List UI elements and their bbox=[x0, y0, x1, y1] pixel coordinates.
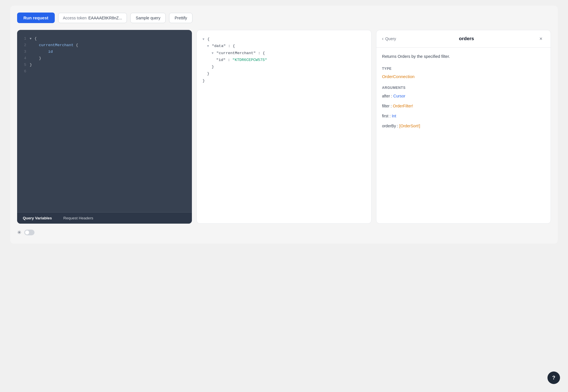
response-line: ▼ { bbox=[202, 36, 365, 43]
docs-arguments-label: Arguments bbox=[382, 86, 545, 90]
bottom-bar: ✳ bbox=[17, 228, 551, 237]
docs-type-section: Type OrderConnection bbox=[382, 67, 545, 79]
json-value: "KTDR6CEPCW57S" bbox=[232, 58, 267, 62]
docs-panel: ‹ Query orders × Returns Orders by the s… bbox=[376, 30, 551, 224]
docs-arg-orderby: orderBy : [OrderSort!] bbox=[382, 123, 545, 129]
collapse-icon[interactable]: ▼ bbox=[207, 44, 209, 48]
docs-title: orders bbox=[396, 36, 537, 42]
arg-type[interactable]: Int bbox=[392, 114, 396, 118]
colon: : bbox=[228, 58, 232, 62]
arg-type[interactable]: Cursor bbox=[393, 94, 405, 98]
panels: 1 ▼ { 2 currentMerchant { 3 bbox=[17, 30, 551, 224]
sun-icon: ✳ bbox=[17, 229, 21, 236]
collapse-icon: ▼ bbox=[30, 37, 32, 40]
arg-name: first bbox=[382, 114, 389, 118]
line-number: 1 bbox=[22, 36, 26, 42]
editor-panel: 1 ▼ { 2 currentMerchant { 3 bbox=[17, 30, 192, 224]
brace: { bbox=[207, 37, 210, 41]
docs-arguments-section: Arguments after : Cursor filter : OrderF… bbox=[382, 86, 545, 129]
query-variables-tab[interactable]: Query Variables bbox=[17, 213, 58, 224]
editor-line: 6 bbox=[22, 68, 187, 75]
main-container: Run request Access token EAAAAEltKR8nZ..… bbox=[10, 6, 558, 244]
docs-description: Returns Orders by the specified filter. bbox=[382, 53, 545, 60]
line-content: } bbox=[30, 55, 41, 62]
chevron-left-icon: ‹ bbox=[382, 36, 384, 41]
docs-arg-first: first : Int bbox=[382, 113, 545, 119]
response-line: } bbox=[212, 64, 365, 70]
response-line: } bbox=[202, 77, 365, 84]
arg-name: filter bbox=[382, 104, 390, 108]
line-content: currentMerchant { bbox=[30, 42, 78, 49]
editor-line: 4 } bbox=[22, 55, 187, 62]
brace: { bbox=[76, 43, 78, 47]
line-content bbox=[30, 68, 32, 75]
arg-type[interactable]: OrderFilter! bbox=[393, 104, 413, 108]
editor-line: 5 } bbox=[22, 62, 187, 68]
brace: } bbox=[212, 65, 214, 69]
brace: } bbox=[202, 79, 205, 83]
editor-content[interactable]: 1 ▼ { 2 currentMerchant { 3 bbox=[17, 30, 192, 212]
docs-close-button[interactable]: × bbox=[537, 35, 545, 43]
theme-toggle[interactable] bbox=[24, 230, 35, 235]
editor-line: 1 ▼ { bbox=[22, 36, 187, 42]
editor-line: 2 currentMerchant { bbox=[22, 42, 187, 49]
json-key: "id" bbox=[216, 58, 225, 62]
line-number: 6 bbox=[22, 68, 26, 75]
colon: : { bbox=[258, 51, 265, 55]
brace: { bbox=[35, 36, 37, 41]
docs-arg-filter: filter : OrderFilter! bbox=[382, 103, 545, 109]
line-content: ▼ { bbox=[30, 36, 37, 42]
collapse-icon[interactable]: ▼ bbox=[212, 52, 214, 55]
line-number: 4 bbox=[22, 55, 26, 62]
access-token-label: Access token bbox=[63, 16, 87, 20]
run-request-button[interactable]: Run request bbox=[17, 13, 55, 23]
help-button[interactable]: ? bbox=[547, 371, 560, 384]
access-token-value: EAAAAEltKR8nZ... bbox=[88, 16, 122, 20]
response-line: "id" : "KTDR6CEPCW57S" bbox=[216, 57, 365, 64]
colon: : { bbox=[228, 44, 235, 48]
line-number: 3 bbox=[22, 49, 26, 55]
brace: } bbox=[207, 72, 209, 76]
editor-line: 3 id bbox=[22, 49, 187, 55]
response-panel: ▼ { ▼ "data" : { ▼ "currentMerchant" : {… bbox=[196, 30, 371, 224]
docs-arg-after: after : Cursor bbox=[382, 93, 545, 99]
response-line: ▼ "currentMerchant" : { bbox=[212, 50, 365, 57]
docs-back-button[interactable]: ‹ Query bbox=[382, 36, 396, 41]
response-line: ▼ "data" : { bbox=[207, 43, 365, 50]
sample-query-button[interactable]: Sample query bbox=[130, 13, 166, 23]
line-number: 5 bbox=[22, 62, 26, 68]
line-content: id bbox=[30, 49, 53, 55]
docs-header: ‹ Query orders × bbox=[376, 30, 551, 48]
docs-type-label: Type bbox=[382, 67, 545, 71]
arg-separator: : bbox=[390, 114, 392, 118]
line-content: } bbox=[30, 62, 32, 68]
editor-footer: Query Variables Request Headers bbox=[17, 212, 192, 224]
prettify-button[interactable]: Prettify bbox=[169, 13, 192, 23]
collapse-icon[interactable]: ▼ bbox=[202, 38, 204, 41]
field-token: id bbox=[48, 50, 53, 54]
line-number: 2 bbox=[22, 42, 26, 48]
docs-back-label: Query bbox=[385, 36, 396, 41]
field-token: currentMerchant bbox=[39, 43, 74, 47]
access-token-button[interactable]: Access token EAAAAEltKR8nZ... bbox=[58, 13, 127, 23]
response-line: } bbox=[207, 70, 365, 77]
toolbar: Run request Access token EAAAAEltKR8nZ..… bbox=[17, 13, 551, 23]
arg-name: orderBy bbox=[382, 124, 396, 128]
json-key: "currentMerchant" bbox=[216, 51, 256, 55]
docs-body: Returns Orders by the specified filter. … bbox=[376, 48, 551, 142]
arg-name: after bbox=[382, 94, 390, 98]
arg-separator: : bbox=[391, 104, 393, 108]
request-headers-tab[interactable]: Request Headers bbox=[58, 213, 99, 224]
json-key: "data" bbox=[212, 44, 226, 48]
arg-type[interactable]: [OrderSort!] bbox=[399, 124, 420, 128]
docs-type-value[interactable]: OrderConnection bbox=[382, 74, 545, 79]
